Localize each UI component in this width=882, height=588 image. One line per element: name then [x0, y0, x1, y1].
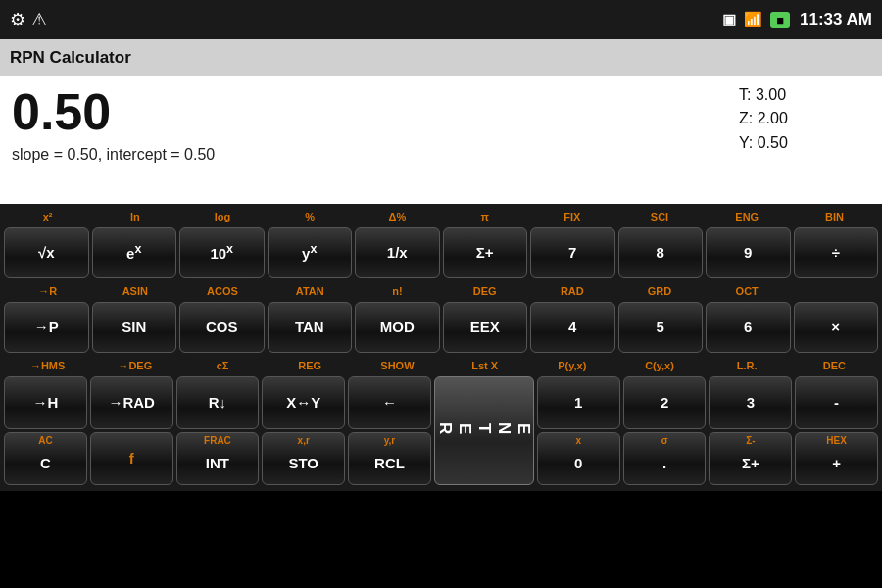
- label-x2: x²: [4, 206, 91, 227]
- btn-arr-rad[interactable]: →RAD: [90, 376, 173, 429]
- title-bar: RPN Calculator: [0, 39, 882, 76]
- battery-icon: ■: [770, 12, 790, 28]
- usb-icon: ⚙: [10, 9, 25, 30]
- main-value: 0.50: [12, 84, 713, 140]
- label-empty-2: [791, 280, 878, 302]
- btn-minus[interactable]: -: [795, 376, 878, 429]
- btn-arr-p[interactable]: →P: [4, 302, 89, 353]
- btn-plus[interactable]: HEX +: [795, 432, 878, 485]
- label-acos: ACOS: [178, 280, 266, 302]
- signal-icon: 📶: [744, 11, 762, 28]
- label-show: SHOW: [354, 355, 441, 376]
- app-title: RPN Calculator: [10, 48, 131, 68]
- btn-9[interactable]: 9: [706, 227, 791, 278]
- btn-multiply[interactable]: ×: [794, 302, 879, 353]
- btn-sin[interactable]: SIN: [92, 302, 177, 353]
- label-asin: ASIN: [91, 280, 178, 302]
- label-oct: OCT: [704, 280, 791, 302]
- display-main: 0.50 slope = 0.50, intercept = 0.50: [0, 76, 725, 204]
- btn-0[interactable]: x 0: [537, 432, 620, 485]
- label-row-0: x² ln log % Δ% π FIX SCI ENG BIN: [4, 206, 878, 227]
- label-grd: GRD: [615, 280, 703, 302]
- btn-3[interactable]: 3: [709, 376, 792, 429]
- label-pct: %: [267, 206, 354, 227]
- btn-rcl[interactable]: y,r RCL: [348, 432, 431, 485]
- btn-sqrtx[interactable]: √x: [4, 227, 89, 278]
- btn-1[interactable]: 1: [537, 376, 620, 429]
- btn-arr-h[interactable]: →H: [4, 376, 87, 429]
- btn-eex[interactable]: EEX: [443, 302, 528, 353]
- label-row-2: →R ASIN ACOS ATAN n! DEG RAD GRD OCT: [4, 280, 878, 302]
- btn-backspace[interactable]: ←: [348, 376, 431, 429]
- label-dpct: Δ%: [354, 206, 441, 227]
- label-csigma: cΣ: [178, 355, 266, 376]
- btn-2[interactable]: 2: [623, 376, 707, 429]
- btn-rdown[interactable]: R↓: [176, 376, 260, 429]
- btn-enter[interactable]: ENTER: [434, 376, 534, 485]
- display-area: 0.50 slope = 0.50, intercept = 0.50 T: 3…: [0, 76, 882, 204]
- btn-sigma-minus[interactable]: Σ- Σ+: [709, 432, 792, 485]
- status-icons-left: ⚙ ⚠: [10, 9, 47, 30]
- btn-divide[interactable]: ÷: [794, 227, 879, 278]
- time-display: 11:33 AM: [800, 10, 872, 29]
- label-deg: DEG: [441, 280, 528, 302]
- label-fix: FIX: [528, 206, 615, 227]
- label-pyx: P(y,x): [528, 355, 615, 376]
- stack-z: Z: 2.00: [739, 108, 868, 129]
- btn-dot[interactable]: σ .: [623, 432, 707, 485]
- label-log: log: [178, 206, 266, 227]
- btn-row-1: √x ex 10x yx 1/x Σ+ 7 8 9 ÷: [4, 227, 878, 278]
- btn-sigma-plus[interactable]: Σ+: [443, 227, 528, 278]
- label-atan: ATAN: [267, 280, 354, 302]
- label-dec: DEC: [791, 355, 878, 376]
- calc-pad: x² ln log % Δ% π FIX SCI ENG BIN √x ex 1…: [0, 204, 882, 491]
- main-equation: slope = 0.50, intercept = 0.50: [12, 146, 713, 164]
- rows-3-4-section: →HMS →DEG cΣ REG SHOW Lst X P(y,x) C(y,x…: [4, 355, 878, 485]
- stack-y: Y: 0.50: [739, 132, 868, 154]
- label-pi: π: [441, 206, 528, 227]
- label-ln: ln: [91, 206, 178, 227]
- label-lstx: Lst X: [441, 355, 528, 376]
- btn-mod[interactable]: MOD: [355, 302, 440, 353]
- label-lr: L.R.: [704, 355, 791, 376]
- btn-ex[interactable]: ex: [92, 227, 177, 278]
- btn-row-2: →P SIN COS TAN MOD EEX 4 5 6 ×: [4, 302, 878, 353]
- btn-1x[interactable]: 1/x: [355, 227, 440, 278]
- btn-yx[interactable]: yx: [268, 227, 353, 278]
- btn-cos[interactable]: COS: [179, 302, 265, 353]
- btn-sto[interactable]: x,r STO: [262, 432, 345, 485]
- label-arr-r: →R: [4, 280, 91, 302]
- label-sci: SCI: [615, 206, 703, 227]
- status-icons-right: ▣ 📶 ■ 11:33 AM: [722, 10, 872, 29]
- display-stack: T: 3.00 Z: 2.00 Y: 0.50: [725, 76, 882, 204]
- btn-4[interactable]: 4: [530, 302, 615, 353]
- label-eng: ENG: [704, 206, 791, 227]
- label-cyx: C(y,x): [615, 355, 703, 376]
- btn-5[interactable]: 5: [618, 302, 704, 353]
- label-bin: BIN: [791, 206, 878, 227]
- btn-7[interactable]: 7: [530, 227, 615, 278]
- sim-icon: ▣: [722, 11, 736, 28]
- btn-6[interactable]: 6: [706, 302, 791, 353]
- btn-f[interactable]: f: [90, 432, 173, 485]
- stack-t: T: 3.00: [739, 84, 868, 106]
- status-bar: ⚙ ⚠ ▣ 📶 ■ 11:33 AM: [0, 0, 882, 39]
- btn-8[interactable]: 8: [618, 227, 704, 278]
- btn-10x[interactable]: 10x: [179, 227, 265, 278]
- btn-tan[interactable]: TAN: [268, 302, 353, 353]
- label-arr-deg: →DEG: [91, 355, 178, 376]
- label-nfact: n!: [354, 280, 441, 302]
- btn-int[interactable]: FRAC INT: [176, 432, 260, 485]
- label-hms: →HMS: [4, 355, 91, 376]
- label-row-3: →HMS →DEG cΣ REG SHOW Lst X P(y,x) C(y,x…: [4, 355, 878, 376]
- label-rad: RAD: [528, 280, 615, 302]
- grid-3-4: →H →RAD R↓ X↔Y ← ENTER 1 2 3 - AC C f: [4, 376, 878, 485]
- label-reg: REG: [267, 355, 354, 376]
- warning-icon: ⚠: [31, 9, 47, 30]
- btn-xy[interactable]: X↔Y: [262, 376, 345, 429]
- btn-c[interactable]: AC C: [4, 432, 87, 485]
